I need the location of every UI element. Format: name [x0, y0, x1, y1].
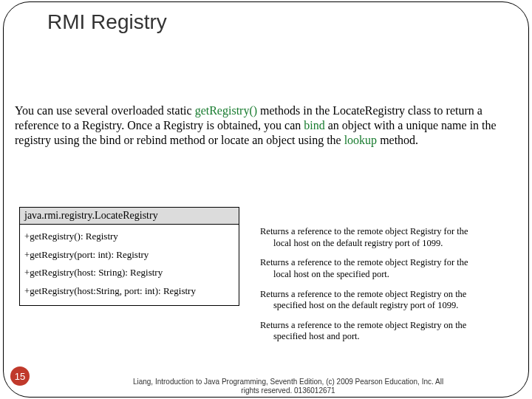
- body-text: You can use several overloaded static: [15, 104, 195, 117]
- desc-line: Returns a reference to the remote object…: [260, 257, 514, 269]
- uml-class-name: java.rmi.registry.LocateRegistry: [19, 207, 239, 225]
- footer-line: rights reserved. 0136012671: [89, 386, 488, 395]
- method-description: Returns a reference to the remote object…: [260, 320, 514, 343]
- uml-class-box: java.rmi.registry.LocateRegistry +getReg…: [19, 207, 239, 306]
- uml-method: +getRegistry(): Registry: [24, 228, 234, 246]
- desc-line: Returns a reference to the remote object…: [260, 289, 514, 301]
- keyword-bind: bind: [304, 119, 324, 132]
- method-description: Returns a reference to the remote object…: [260, 226, 514, 249]
- footer-citation: Liang, Introduction to Java Programming,…: [89, 378, 488, 395]
- uml-method: +getRegistry(host:String, port: int): Re…: [24, 282, 234, 301]
- uml-diagram: java.rmi.registry.LocateRegistry +getReg…: [19, 207, 514, 351]
- body-paragraph: You can use several overloaded static ge…: [15, 103, 517, 148]
- uml-method: +getRegistry(port: int): Registry: [24, 246, 234, 265]
- method-description: Returns a reference to the remote object…: [260, 257, 514, 280]
- uml-method: +getRegistry(host: String): Registry: [24, 264, 234, 282]
- page-number-badge: 15: [10, 366, 30, 386]
- desc-line: local host on the specified port.: [260, 269, 514, 281]
- body-text: method.: [377, 134, 418, 146]
- page-title: RMI Registry: [47, 10, 167, 34]
- method-description: Returns a reference to the remote object…: [260, 289, 514, 312]
- footer-line: Liang, Introduction to Java Programming,…: [89, 378, 488, 386]
- desc-line: Returns a reference to the remote object…: [260, 226, 514, 238]
- keyword-getregistry: getRegistry(): [195, 104, 257, 117]
- keyword-lookup: lookup: [344, 134, 377, 146]
- slide: RMI Registry You can use several overloa…: [0, 0, 532, 399]
- method-descriptions: Returns a reference to the remote object…: [239, 207, 514, 351]
- desc-line: specified host and port.: [260, 331, 514, 343]
- desc-line: Returns a reference to the remote object…: [260, 320, 514, 332]
- desc-line: specified host on the default registry p…: [260, 300, 514, 312]
- uml-method-list: +getRegistry(): Registry +getRegistry(po…: [19, 225, 239, 306]
- desc-line: local host on the default registry port …: [260, 238, 514, 250]
